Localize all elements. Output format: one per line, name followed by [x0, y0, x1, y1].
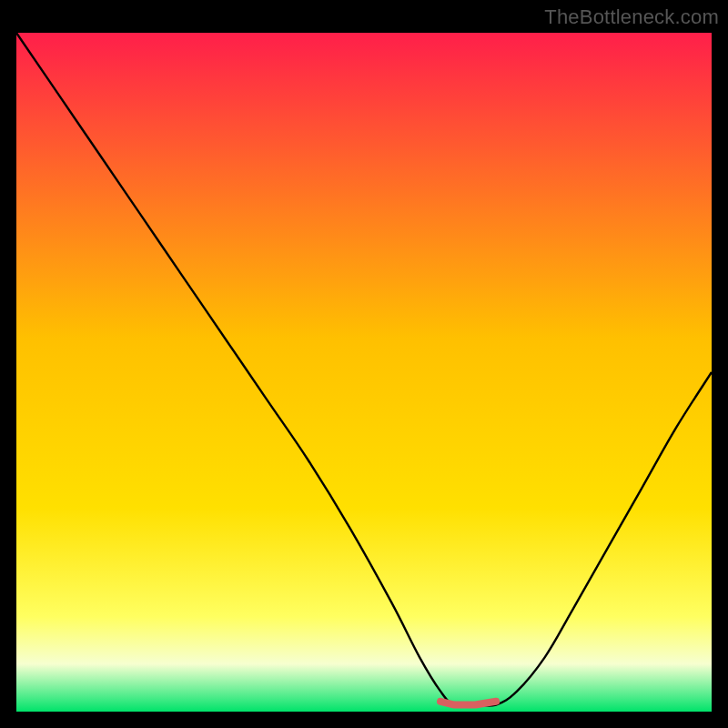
watermark-text: TheBottleneck.com — [544, 5, 719, 29]
gradient-background — [16, 33, 712, 712]
optimal-range-marker — [440, 702, 496, 705]
plot-area — [16, 33, 712, 712]
chart-frame: TheBottleneck.com — [0, 0, 728, 728]
bottleneck-chart — [16, 33, 712, 712]
